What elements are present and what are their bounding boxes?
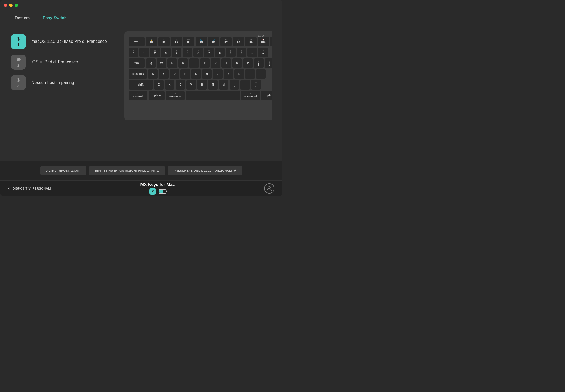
tab-easy-switch[interactable]: Easy-Switch xyxy=(36,13,73,23)
keyboard-panel: logi esc 🔒F1 ☀F2 ⊞F3 ⌨F4 🌐F5 🌐F6 ⏮F7 ⏸F8… xyxy=(124,31,272,156)
key-period[interactable]: >. xyxy=(240,80,250,90)
key-slash[interactable]: ?/ xyxy=(251,80,261,90)
key-tilde[interactable]: ~` xyxy=(129,48,138,57)
key-8[interactable]: *8 xyxy=(215,48,225,57)
device-title-name: MX Keys for Mac xyxy=(140,182,175,187)
minimize-button[interactable] xyxy=(9,4,13,7)
key-4[interactable]: $4 xyxy=(172,48,181,57)
device-item-2[interactable]: ✳ 2 iOS > iPad di Francesco xyxy=(11,55,113,70)
svg-point-0 xyxy=(268,187,270,189)
key-f11[interactable]: 🔉F11 xyxy=(270,37,272,46)
device-badge-icon: ✳ xyxy=(149,188,156,195)
key-1[interactable]: !1 xyxy=(139,48,149,57)
key-d[interactable]: D xyxy=(170,69,179,79)
device-name-1: macOS 12.0.0 > iMac Pro di Francesco xyxy=(31,39,107,44)
key-l[interactable]: L xyxy=(234,69,244,79)
key-2[interactable]: @2 xyxy=(150,48,160,57)
key-t[interactable]: T xyxy=(189,58,199,68)
device-info-1: macOS 12.0.0 > iMac Pro di Francesco xyxy=(31,39,107,44)
key-6[interactable]: ^6 xyxy=(193,48,203,57)
tab-tastiera[interactable]: Tastiera xyxy=(8,13,36,23)
device-badge-2: ✳ 2 xyxy=(11,55,26,70)
key-m[interactable]: M xyxy=(219,80,228,90)
key-plus[interactable]: += xyxy=(258,48,268,57)
key-u[interactable]: U xyxy=(211,58,220,68)
key-f1[interactable]: 🔒F1 xyxy=(146,37,157,46)
key-a[interactable]: A xyxy=(148,69,158,79)
key-command-left[interactable]: ⌘ command xyxy=(166,91,185,100)
traffic-lights xyxy=(4,4,18,7)
close-button[interactable] xyxy=(4,4,7,7)
device-icons: ✳ xyxy=(140,188,175,195)
key-e[interactable]: E xyxy=(167,58,177,68)
device-item-3[interactable]: ✳ 3 Nessun host in pairing xyxy=(11,75,113,90)
footer: ‹ DISPOSITIVI PERSONALI MX Keys for Mac … xyxy=(0,180,282,196)
key-lbracket[interactable]: {[ xyxy=(254,58,264,68)
back-arrow-icon: ‹ xyxy=(8,185,10,191)
key-f9[interactable]: ⏭F9 xyxy=(245,37,257,46)
key-y[interactable]: Y xyxy=(200,58,210,68)
device-list: ✳ 1 macOS 12.0.0 > iMac Pro di Francesco… xyxy=(11,31,113,156)
key-7[interactable]: &7 xyxy=(204,48,214,57)
key-x[interactable]: X xyxy=(165,80,174,90)
key-space[interactable] xyxy=(186,91,240,100)
key-z[interactable]: Z xyxy=(154,80,164,90)
key-k[interactable]: K xyxy=(224,69,233,79)
keyboard-row-asdf: caps lock A S D F G H J K L :; "' xyxy=(129,69,272,79)
key-tab[interactable]: tab xyxy=(129,58,145,68)
bottom-buttons-bar: ALTRE IMPOSTAZIONI RIPRISTINA IMPOSTAZIO… xyxy=(0,161,282,180)
key-comma[interactable]: <, xyxy=(230,80,239,90)
key-q[interactable]: Q xyxy=(146,58,156,68)
main-content: ✳ 1 macOS 12.0.0 > iMac Pro di Francesco… xyxy=(0,23,282,161)
key-quote[interactable]: "' xyxy=(256,69,266,79)
key-o[interactable]: O xyxy=(232,58,242,68)
key-i[interactable]: I xyxy=(221,58,231,68)
key-0[interactable]: )0 xyxy=(237,48,246,57)
key-v[interactable]: V xyxy=(186,80,196,90)
key-esc[interactable]: esc xyxy=(129,37,145,46)
key-f8[interactable]: ⏸F8 xyxy=(233,37,244,46)
keyboard-row-zxcv: shift Z X C V B N M <, >. ?/ xyxy=(129,80,272,90)
key-f10[interactable]: 🔇F10 xyxy=(258,37,269,46)
key-f7[interactable]: ⏮F7 xyxy=(220,37,232,46)
key-b[interactable]: B xyxy=(197,80,207,90)
key-3[interactable]: #3 xyxy=(161,48,171,57)
key-c[interactable]: C xyxy=(176,80,185,90)
ripristina-button[interactable]: RIPRISTINA IMPOSTAZIONI PREDEFINITE xyxy=(89,166,165,175)
key-r[interactable]: R xyxy=(178,58,188,68)
key-colon[interactable]: :; xyxy=(245,69,255,79)
key-f2[interactable]: ☀F2 xyxy=(158,37,170,46)
key-option-right[interactable]: optio xyxy=(261,91,272,100)
device-info-3: Nessun host in pairing xyxy=(31,80,74,85)
key-option-left[interactable]: option xyxy=(149,91,165,100)
key-caps[interactable]: caps lock xyxy=(129,69,147,79)
key-command-right[interactable]: ⌘ command xyxy=(241,91,260,100)
key-f4[interactable]: ⌨F4 xyxy=(183,37,194,46)
key-5[interactable]: %5 xyxy=(183,48,192,57)
key-f3[interactable]: ⊞F3 xyxy=(171,37,182,46)
device-icon-3: ✳ xyxy=(16,77,21,83)
key-j[interactable]: J xyxy=(213,69,223,79)
profile-button[interactable] xyxy=(264,183,274,194)
altre-impostazioni-button[interactable]: ALTRE IMPOSTAZIONI xyxy=(40,166,86,175)
device-name-2: iOS > iPad di Francesco xyxy=(31,60,78,65)
key-9[interactable]: (9 xyxy=(226,48,236,57)
key-rbracket[interactable]: }] xyxy=(265,58,272,68)
key-f5[interactable]: 🌐F5 xyxy=(196,37,207,46)
key-w[interactable]: W xyxy=(157,58,166,68)
key-h[interactable]: H xyxy=(202,69,212,79)
key-control[interactable]: ^ control xyxy=(129,91,147,100)
key-s[interactable]: S xyxy=(159,69,169,79)
key-n[interactable]: N xyxy=(208,80,218,90)
back-navigation[interactable]: ‹ DISPOSITIVI PERSONALI xyxy=(8,185,51,191)
key-p[interactable]: P xyxy=(243,58,253,68)
key-shift-left[interactable]: shift xyxy=(129,80,153,90)
device-item-1[interactable]: ✳ 1 macOS 12.0.0 > iMac Pro di Francesco xyxy=(11,34,113,49)
presentazione-button[interactable]: PRESENTAZIONE DELLE FUNZIONALITÀ xyxy=(168,166,242,175)
key-f6[interactable]: 🌐F6 xyxy=(208,37,219,46)
key-f[interactable]: F xyxy=(180,69,190,79)
key-g[interactable]: G xyxy=(191,69,201,79)
fullscreen-button[interactable] xyxy=(15,4,18,7)
key-minus[interactable]: _– xyxy=(247,48,257,57)
back-label: DISPOSITIVI PERSONALI xyxy=(13,187,51,190)
